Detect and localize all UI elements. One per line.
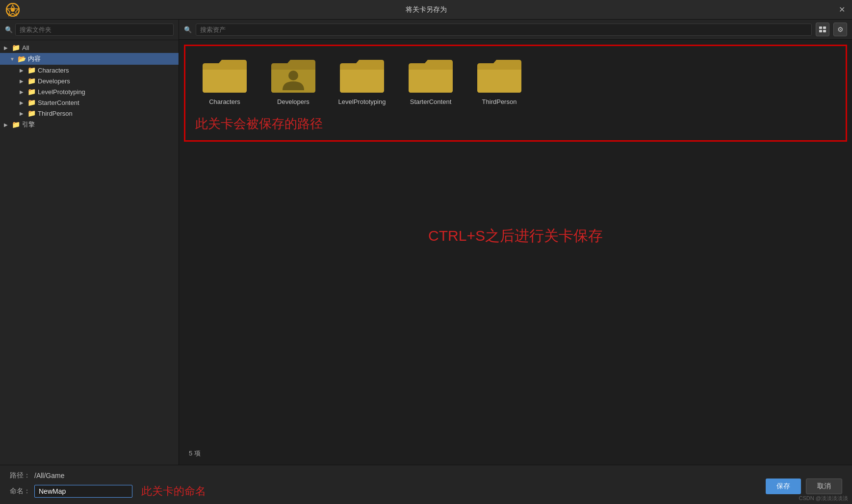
tree-item-all[interactable]: ▶ 📁 All bbox=[0, 42, 179, 53]
folder-characters[interactable]: Characters bbox=[195, 56, 254, 105]
svg-point-6 bbox=[288, 71, 298, 80]
title-bar: 将关卡另存为 ✕ bbox=[0, 0, 852, 20]
left-panel: 🔍 ▶ 📁 All ▼ 📂 内容 ▶ 📁 Characters bbox=[0, 20, 179, 465]
svg-point-1 bbox=[11, 8, 15, 12]
close-button[interactable]: ✕ bbox=[839, 6, 845, 14]
arrow-icon: ▶ bbox=[20, 68, 26, 73]
right-panel: 🔍 ⚙ Charac bbox=[179, 20, 852, 465]
arrow-icon: ▼ bbox=[10, 56, 16, 62]
bottom-buttons: 保存 取消 bbox=[766, 479, 842, 494]
asset-search-input[interactable] bbox=[196, 24, 812, 36]
svg-rect-5 bbox=[823, 30, 826, 32]
folders-grid: Characters Developers bbox=[185, 46, 846, 110]
folder-icon: 📂 bbox=[18, 55, 26, 63]
save-button[interactable]: 保存 bbox=[766, 479, 801, 494]
tree-item-label: Characters bbox=[38, 67, 69, 74]
folder-label-thirdperson: ThirdPerson bbox=[482, 98, 517, 105]
path-value: /All/Game bbox=[34, 472, 64, 479]
tree-item-label: StarterContent bbox=[38, 99, 79, 106]
path-row: 路径： /All/Game bbox=[10, 471, 842, 480]
folder-icon: 📁 bbox=[27, 77, 36, 85]
tree-item-label: ThirdPerson bbox=[38, 110, 73, 117]
search-icon: 🔍 bbox=[184, 26, 192, 33]
arrow-icon: ▶ bbox=[20, 89, 26, 95]
arrow-icon: ▶ bbox=[20, 111, 26, 116]
folder-view-button[interactable] bbox=[816, 23, 829, 36]
search-icon: 🔍 bbox=[5, 26, 12, 33]
path-label: 路径： bbox=[10, 471, 30, 480]
tree-item-engine[interactable]: ▶ 📁 引擎 bbox=[0, 119, 179, 130]
folder-developers[interactable]: Developers bbox=[264, 56, 323, 105]
tree-item-thirdperson[interactable]: ▶ 📁 ThirdPerson bbox=[0, 108, 179, 119]
name-row: 命名： 此关卡的命名 bbox=[10, 484, 842, 499]
name-input[interactable] bbox=[34, 485, 132, 498]
svg-rect-3 bbox=[823, 26, 826, 29]
tree-item-characters[interactable]: ▶ 📁 Characters bbox=[0, 65, 179, 76]
tree-item-label: LevelPrototyping bbox=[38, 88, 85, 96]
content-highlight-area: Characters Developers bbox=[184, 45, 847, 142]
item-count: 5 项 bbox=[179, 446, 210, 461]
bottom-bar: 路径： /All/Game 命名： 此关卡的命名 保存 取消 bbox=[0, 465, 852, 504]
cancel-button[interactable]: 取消 bbox=[806, 479, 842, 494]
folder-label-developers: Developers bbox=[277, 98, 310, 105]
folder-startercontent[interactable]: StarterContent bbox=[401, 56, 460, 105]
folder-label-levelprototyping: LevelPrototyping bbox=[338, 98, 386, 105]
watermark: CSDN @淡淡淡淡淡 bbox=[799, 495, 848, 502]
arrow-icon: ▶ bbox=[20, 100, 26, 105]
tree-item-startercontent[interactable]: ▶ 📁 StarterContent bbox=[0, 97, 179, 108]
folder-search-input[interactable] bbox=[15, 24, 174, 36]
folder-icon: 📁 bbox=[27, 99, 36, 106]
folder-label-characters: Characters bbox=[209, 98, 240, 105]
folder-levelprototyping[interactable]: LevelPrototyping bbox=[333, 56, 391, 105]
folder-label-startercontent: StarterContent bbox=[410, 98, 452, 105]
name-annotation: 此关卡的命名 bbox=[141, 484, 206, 499]
folder-icon: 📁 bbox=[27, 88, 36, 96]
dialog-title: 将关卡另存为 bbox=[406, 5, 447, 14]
folder-icon: 📁 bbox=[27, 66, 36, 74]
tree-item-label: 内容 bbox=[28, 54, 41, 63]
main-annotation-text: CTRL+S之后进行关卡保存 bbox=[428, 226, 603, 246]
folder-icon: 📁 bbox=[12, 121, 20, 128]
tree-item-levelprototyping[interactable]: ▶ 📁 LevelPrototyping bbox=[0, 86, 179, 97]
folder-icon: 📁 bbox=[12, 44, 20, 51]
folder-tree: ▶ 📁 All ▼ 📂 内容 ▶ 📁 Characters ▶ 📁 Develo… bbox=[0, 40, 179, 465]
arrow-icon: ▶ bbox=[4, 122, 10, 127]
arrow-icon: ▶ bbox=[20, 78, 26, 84]
tree-item-label: Developers bbox=[38, 77, 70, 85]
tree-item-label: 引擎 bbox=[22, 120, 35, 129]
tree-item-label: All bbox=[22, 44, 29, 51]
folder-icon: 📁 bbox=[27, 109, 36, 117]
name-label: 命名： bbox=[10, 487, 30, 496]
right-toolbar: 🔍 ⚙ bbox=[179, 20, 852, 40]
svg-rect-2 bbox=[819, 26, 822, 29]
folder-thirdperson[interactable]: ThirdPerson bbox=[470, 56, 529, 105]
settings-button[interactable]: ⚙ bbox=[833, 23, 847, 36]
tree-item-content[interactable]: ▼ 📂 内容 bbox=[0, 53, 179, 65]
tree-item-developers[interactable]: ▶ 📁 Developers bbox=[0, 76, 179, 86]
highlight-annotation: 此关卡会被保存的路径 bbox=[185, 110, 846, 140]
svg-rect-4 bbox=[819, 30, 822, 32]
app-logo bbox=[6, 3, 20, 17]
arrow-icon: ▶ bbox=[4, 45, 10, 50]
left-search-bar: 🔍 bbox=[0, 20, 179, 40]
main-layout: 🔍 ▶ 📁 All ▼ 📂 内容 ▶ 📁 Characters bbox=[0, 20, 852, 465]
